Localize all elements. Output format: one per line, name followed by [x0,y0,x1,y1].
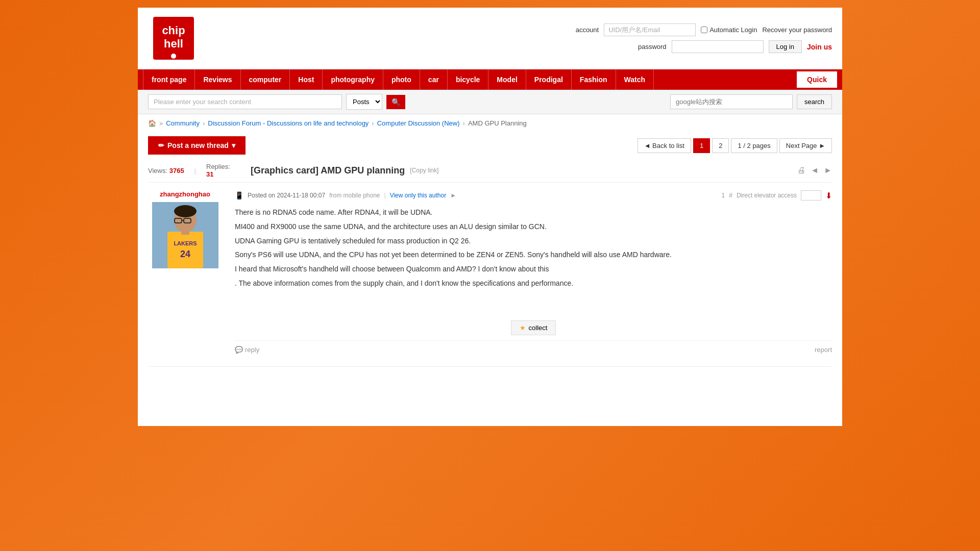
print-icon[interactable]: 🖨 [797,166,805,175]
page-2-button[interactable]: 2 [712,138,729,153]
navigation-bar: front page Reviews computer Host photogr… [138,69,842,90]
post-line-2: MI400 and RX9000 use the same UDNA, and … [235,221,832,233]
post-new-thread-button[interactable]: ✏ Post a new thread ▾ [148,136,246,155]
nav-model[interactable]: Model [488,69,526,90]
post-body: There is no RDNA5 code name. After RDNA4… [235,207,832,290]
post-number-area: 1 # Direct elevator access ⬇ [722,190,832,201]
nav-photo[interactable]: photo [383,69,420,90]
reply-link[interactable]: 💬 reply [235,346,259,354]
post-sidebar: zhangzhonghao [148,190,230,359]
nav-photography[interactable]: photography [323,69,383,90]
search-input[interactable] [148,94,342,109]
svg-point-6 [174,205,197,217]
thread-title: [Graphics card] AMD GPU planning [251,165,405,176]
nav-reviews[interactable]: Reviews [195,69,240,90]
search-icon: 🔍 [391,98,400,106]
search-bar: Posts 🔍 search [138,90,842,114]
nav-car[interactable]: car [420,69,448,90]
home-icon[interactable]: 🏠 [148,119,156,127]
breadcrumb-computer-discussion[interactable]: Computer Discussion (New) [377,119,460,127]
collect-star-icon: ★ [520,324,526,332]
recover-password-link[interactable]: Recover your password [762,26,832,34]
svg-text:LAKERS: LAKERS [174,240,197,246]
password-input[interactable] [672,40,764,53]
svg-text:hell: hell [164,37,183,50]
breadcrumb-discussion-forum[interactable]: Discussion Forum - Discussions on life a… [208,119,369,127]
post-line-1: There is no RDNA5 code name. After RDNA4… [235,207,832,219]
collect-button[interactable]: ★ collect [511,320,556,335]
mobile-icon: 📱 [235,191,243,199]
thread-area: Views: 3765 | Replies: 31 [Graphics card… [138,159,842,367]
post-date: Posted on 2024-11-18 00:07 [248,192,325,199]
post-source: from mobile phone [329,192,380,199]
post-line-3: UDNA Gaming GPU is tentatively scheduled… [235,235,832,247]
google-search-input[interactable] [670,94,793,109]
back-arrow-icon[interactable]: ◄ [811,166,819,175]
google-search-button[interactable]: search [797,94,832,109]
auto-login-label[interactable]: Automatic Login [701,26,757,34]
post-meta: 📱 Posted on 2024-11-18 00:07 from mobile… [235,190,832,201]
back-to-list-button[interactable]: ◄ Back to list [638,138,691,153]
copy-link[interactable]: [Copy link] [410,167,438,174]
next-page-button[interactable]: Next Page ► [779,138,832,153]
post-num-label: 1 [722,192,725,199]
post-line-5: I heard that Microsoft's handheld will c… [235,263,832,276]
direct-elevator-label: Direct elevator access [737,192,797,199]
svg-text:24: 24 [180,249,190,259]
breadcrumb-current: AMD GPU Planning [468,119,527,127]
nav-bicycle[interactable]: bicycle [448,69,488,90]
quick-button[interactable]: Quick [797,71,837,88]
svg-point-3 [171,54,176,59]
thread-actions: 🖨 ◄ ► [797,166,832,175]
breadcrumb-community[interactable]: Community [166,119,200,127]
site-logo[interactable]: chip hell [148,13,199,64]
password-label: password [638,43,667,51]
search-button[interactable]: 🔍 [386,95,405,109]
breadcrumb: 🏠 » Community › Discussion Forum - Discu… [138,114,842,132]
search-type-select[interactable]: Posts [346,94,382,110]
report-link[interactable]: report [815,346,832,354]
page-info: 1 / 2 pages [731,138,777,153]
views-stat: Views: 3765 [148,167,184,174]
avatar: LAKERS 24 [152,202,218,268]
collect-label: collect [529,324,548,332]
join-link[interactable]: Join us [807,43,832,51]
svg-rect-13 [181,231,189,235]
elevator-go-button[interactable]: ⬇ [825,191,832,201]
nav-front-page[interactable]: front page [143,69,195,90]
post-line-4: Sony's PS6 will use UDNA, and the CPU ha… [235,249,832,261]
post-icon: ✏ [158,141,164,149]
thread-controls: ✏ Post a new thread ▾ ◄ Back to list 1 2… [138,132,842,159]
post-content: 📱 Posted on 2024-11-18 00:07 from mobile… [230,190,832,359]
elevator-input[interactable] [801,190,821,201]
view-only-author-link[interactable]: View only this author [390,192,447,199]
svg-text:chip: chip [162,24,185,37]
nav-host[interactable]: Host [290,69,323,90]
account-label: account [576,26,599,34]
nav-watch[interactable]: Watch [616,69,654,90]
post-container: zhangzhonghao [148,183,832,367]
post-footer: 💬 reply report [235,340,832,359]
uid-input[interactable] [604,23,696,36]
hash-symbol: # [729,192,732,199]
pagination: ◄ Back to list 1 2 1 / 2 pages Next Page… [638,138,832,153]
nav-computer[interactable]: computer [241,69,290,90]
page-1-button[interactable]: 1 [693,138,710,153]
replies-stat: Replies: 31 [206,163,230,178]
forward-arrow-icon[interactable]: ► [824,166,832,175]
login-button[interactable]: Log in [769,40,802,53]
auto-login-checkbox[interactable] [701,27,707,33]
post-line-6: . The above information comes from the s… [235,278,832,290]
reply-icon: 💬 [235,346,243,354]
nav-fashion[interactable]: Fashion [572,69,616,90]
nav-prodigal[interactable]: Prodigal [526,69,572,90]
author-name[interactable]: zhangzhonghao [160,190,210,198]
